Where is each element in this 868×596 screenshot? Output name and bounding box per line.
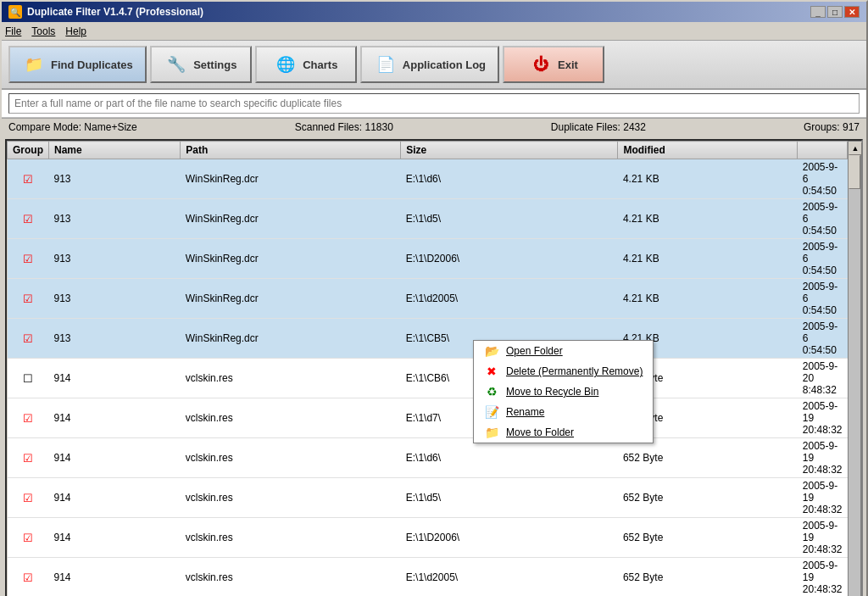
row-group: 914 xyxy=(49,398,181,438)
menu-bar: File Tools Help xyxy=(2,22,866,41)
row-checkbox[interactable]: ☑ xyxy=(23,572,33,584)
rename-icon: 📝 xyxy=(484,405,499,419)
row-name: vclskin.res xyxy=(181,398,401,438)
table-row[interactable]: ☑913WinSkinReg.dcrE:\1\D2006\4.21 KB2005… xyxy=(8,239,848,279)
menu-help[interactable]: Help xyxy=(65,25,86,37)
settings-button[interactable]: 🔧 Settings xyxy=(150,46,252,83)
menu-tools[interactable]: Tools xyxy=(31,25,55,37)
row-checkbox-cell: ☑ xyxy=(8,199,49,239)
row-checkbox[interactable]: ☑ xyxy=(23,453,33,465)
row-group: 913 xyxy=(49,159,181,199)
context-recycle[interactable]: ♻ Move to Recycle Bin xyxy=(474,382,653,402)
row-checkbox-cell: ☑ xyxy=(8,398,49,438)
row-size: 652 Byte xyxy=(618,478,798,518)
col-path[interactable]: Path xyxy=(181,142,401,159)
context-move-folder-label: Move to Folder xyxy=(506,426,574,438)
row-path: E:\1\d5\ xyxy=(401,199,618,239)
vertical-scrollbar[interactable]: ▲ ▼ xyxy=(848,141,861,596)
col-name[interactable]: Name xyxy=(49,142,181,159)
context-delete[interactable]: ✖ Delete (Permanently Remove) xyxy=(474,361,653,382)
document-icon: 📄 xyxy=(374,53,398,76)
row-checkbox[interactable]: ☑ xyxy=(23,293,33,305)
file-status-bar: Compare Mode: Name+Size Scanned Files: 1… xyxy=(2,118,866,136)
context-rename[interactable]: 📝 Rename xyxy=(474,402,653,422)
application-log-button[interactable]: 📄 Application Log xyxy=(360,46,499,83)
move-folder-icon: 📁 xyxy=(484,426,499,439)
row-path: E:\1\d5\ xyxy=(401,478,618,518)
row-group: 913 xyxy=(49,319,181,359)
row-modified: 2005-9-6 0:54:50 xyxy=(798,159,848,199)
context-open-folder[interactable]: 📂 Open Folder xyxy=(474,341,653,361)
charts-button[interactable]: 🌐 Charts xyxy=(255,46,357,83)
row-modified: 2005-9-19 20:48:32 xyxy=(798,558,848,597)
row-modified: 2005-9-19 20:48:32 xyxy=(798,438,848,478)
row-group: 914 xyxy=(49,359,181,398)
maximize-button[interactable]: □ xyxy=(827,6,843,18)
col-modified[interactable]: Modified xyxy=(618,142,798,159)
table-row[interactable]: ☑914vclskin.resE:\1\d5\652 Byte2005-9-19… xyxy=(8,478,848,518)
scroll-track[interactable] xyxy=(849,155,860,596)
file-table-wrapper: Group Name Path Size Modified ☑913WinSki… xyxy=(5,139,863,596)
table-row[interactable]: ☑914vclskin.resE:\1\d6\652 Byte2005-9-19… xyxy=(8,438,848,478)
title-bar-left: 🔍 Duplicate Filter V1.4.7 (Professional) xyxy=(8,5,203,19)
row-name: WinSkinReg.dcr xyxy=(181,319,401,359)
row-group: 913 xyxy=(49,199,181,239)
row-path: E:\1\d2005\ xyxy=(401,279,618,319)
row-size: 652 Byte xyxy=(618,438,798,478)
row-checkbox-cell: ☐ xyxy=(8,359,49,398)
table-row[interactable]: ☑914vclskin.resE:\1\D2006\652 Byte2005-9… xyxy=(8,518,848,558)
row-checkbox[interactable]: ☑ xyxy=(23,333,33,345)
table-row[interactable]: ☑913WinSkinReg.dcrE:\1\d5\4.21 KB2005-9-… xyxy=(8,199,848,239)
main-window: 🔍 Duplicate Filter V1.4.7 (Professional)… xyxy=(0,0,868,596)
row-modified: 2005-9-20 8:48:32 xyxy=(798,359,848,398)
open-folder-icon: 📂 xyxy=(484,344,499,358)
row-group: 914 xyxy=(49,478,181,518)
context-move-folder[interactable]: 📁 Move to Folder xyxy=(474,422,653,443)
recycle-icon: ♻ xyxy=(484,385,499,398)
find-duplicates-button[interactable]: 📁 Find Duplicates xyxy=(8,46,147,83)
row-checkbox[interactable]: ☑ xyxy=(23,253,33,265)
duplicate-files: Duplicate Files: 2432 xyxy=(551,121,646,133)
table-row[interactable]: ☑914vclskin.resE:\1\d7\652 Byte2005-9-19… xyxy=(8,398,848,438)
close-button[interactable]: ✕ xyxy=(844,6,860,18)
context-delete-label: Delete (Permanently Remove) xyxy=(506,365,643,377)
row-checkbox[interactable]: ☐ xyxy=(23,373,33,385)
row-name: WinSkinReg.dcr xyxy=(181,279,401,319)
row-checkbox-cell: ☑ xyxy=(8,239,49,279)
scroll-up-button[interactable]: ▲ xyxy=(849,142,862,155)
row-checkbox[interactable]: ☑ xyxy=(23,174,33,186)
table-row[interactable]: ☑913WinSkinReg.dcrE:\1\d2005\4.21 KB2005… xyxy=(8,279,848,319)
table-row[interactable]: ☑913WinSkinReg.dcrE:\1\d6\4.21 KB2005-9-… xyxy=(8,159,848,199)
globe-icon: 🌐 xyxy=(274,53,298,76)
minimize-button[interactable]: _ xyxy=(810,6,826,18)
col-group[interactable]: Group xyxy=(8,142,49,159)
row-name: vclskin.res xyxy=(181,518,401,558)
table-row[interactable]: ☐914vclskin.resE:\1\CB6\652 Byte2005-9-2… xyxy=(8,359,848,398)
row-modified: 2005-9-6 0:54:50 xyxy=(798,199,848,239)
context-open-folder-label: Open Folder xyxy=(506,345,563,357)
row-name: WinSkinReg.dcr xyxy=(181,199,401,239)
row-name: vclskin.res xyxy=(181,558,401,597)
row-checkbox-cell: ☑ xyxy=(8,558,49,597)
row-path: E:\1\d6\ xyxy=(401,438,618,478)
col-size[interactable]: Size xyxy=(401,142,618,159)
compare-mode: Compare Mode: Name+Size xyxy=(8,121,137,133)
row-checkbox[interactable]: ☑ xyxy=(23,214,33,226)
row-group: 914 xyxy=(49,558,181,597)
row-modified: 2005-9-19 20:48:32 xyxy=(798,478,848,518)
row-size: 4.21 KB xyxy=(618,239,798,279)
row-checkbox-cell: ☑ xyxy=(8,518,49,558)
delete-icon: ✖ xyxy=(484,365,499,378)
row-checkbox[interactable]: ☑ xyxy=(23,493,33,504)
row-name: vclskin.res xyxy=(181,438,401,478)
table-row[interactable]: ☑913WinSkinReg.dcrE:\1\CB5\4.21 KB2005-9… xyxy=(8,319,848,359)
search-input[interactable] xyxy=(8,93,860,114)
row-size: 652 Byte xyxy=(618,518,798,558)
exit-button[interactable]: ⏻ Exit xyxy=(503,46,604,83)
scroll-thumb[interactable] xyxy=(849,155,860,189)
row-checkbox[interactable]: ☑ xyxy=(23,532,33,544)
menu-file[interactable]: File xyxy=(5,25,21,37)
row-checkbox[interactable]: ☑ xyxy=(23,413,33,425)
row-name: WinSkinReg.dcr xyxy=(181,239,401,279)
table-row[interactable]: ☑914vclskin.resE:\1\d2005\652 Byte2005-9… xyxy=(8,558,848,597)
